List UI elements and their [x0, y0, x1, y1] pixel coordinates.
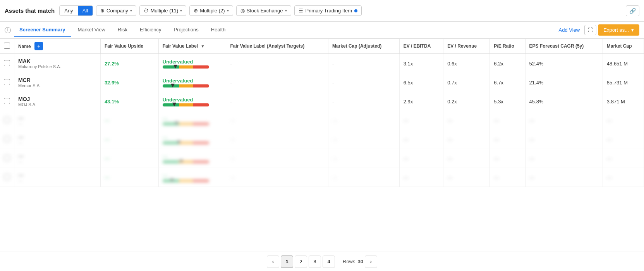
fair-value-upside-cell: 32.9%: [100, 73, 158, 92]
row-checkbox[interactable]: [4, 155, 10, 161]
row-checkbox[interactable]: [4, 117, 10, 123]
company-name: ---: [18, 140, 96, 145]
col-pe-ratio: P/E Ratio: [490, 39, 525, 54]
fair-value-analyst-cell: -: [226, 54, 328, 73]
pe-ratio-cell: 6.2x: [490, 54, 525, 73]
company-name: Makarony Polskie S.A.: [18, 64, 96, 69]
filter-primary-trading-item[interactable]: ☰ Primary Trading Item: [294, 5, 362, 16]
filter-primary-trading-item-label: Primary Trading Item: [306, 8, 352, 14]
fair-value-marker: [172, 103, 176, 106]
fair-value-upside-cell: 43.1%: [100, 92, 158, 111]
row-checkbox[interactable]: [4, 79, 10, 85]
filter-multiple2[interactable]: ⊕ Multiple (2) ▾: [189, 5, 233, 16]
filter-stock-exchange[interactable]: ◎ Stock Exchange ▾: [236, 5, 291, 16]
col-fair-value-upside: Fair Value Upside: [100, 39, 158, 54]
market-cap-cell: ---: [603, 168, 644, 187]
page-4-button[interactable]: 4: [323, 256, 335, 268]
fair-value-label-cell: ---: [158, 168, 226, 187]
next-page-button[interactable]: ›: [365, 256, 377, 268]
tab-market-view[interactable]: Market View: [72, 23, 111, 37]
fair-value-upside-cell: ---: [100, 149, 158, 168]
eps-forecast-cagr-cell: ---: [525, 130, 603, 149]
table-row: --------- --- ---------------------: [0, 111, 644, 130]
page-2-button[interactable]: 2: [295, 256, 307, 268]
fair-value-marker: [171, 84, 175, 87]
market-cap-adjusted-cell: -: [328, 73, 399, 92]
tab-health[interactable]: Health: [206, 23, 231, 37]
table-row: MCRMercor S.A.32.9% Undervalued --6.5x0.…: [0, 73, 644, 92]
tab-risk[interactable]: Risk: [112, 23, 133, 37]
page-3-button[interactable]: 3: [309, 256, 321, 268]
fair-value-analyst-cell: ---: [226, 130, 328, 149]
ticker: ---: [18, 172, 96, 178]
tab-projections[interactable]: Projections: [168, 23, 204, 37]
link-copy-button[interactable]: 🔗: [626, 5, 639, 16]
fair-value-analyst-cell: ---: [226, 149, 328, 168]
tab-efficiency[interactable]: Efficiency: [134, 23, 167, 37]
market-cap-cell: ---: [603, 130, 644, 149]
tab-screener-summary[interactable]: Screener Summary: [14, 23, 71, 37]
ev-revenue-cell: ---: [443, 111, 490, 130]
market-cap-adjusted-cell: -: [328, 92, 399, 111]
ev-ebitda-cell: 6.5x: [399, 73, 443, 92]
eps-forecast-cagr-cell: 21.4%: [525, 73, 603, 92]
pe-ratio-cell: ---: [490, 168, 525, 187]
pe-ratio-cell: 6.7x: [490, 73, 525, 92]
fair-value-marker: [179, 160, 183, 163]
prev-page-button[interactable]: ‹: [267, 256, 279, 268]
eps-forecast-cagr-cell: ---: [525, 149, 603, 168]
row-checkbox[interactable]: [4, 98, 10, 104]
document-icon: ☰: [299, 8, 303, 14]
filter-company[interactable]: ⊕ Company ▾: [96, 5, 136, 16]
eps-forecast-cagr-cell: 52.4%: [525, 54, 603, 73]
company-name: Mercor S.A.: [18, 83, 96, 88]
col-eps-forecast-cagr: EPS Forecast CAGR (5y): [525, 39, 603, 54]
chevron-down-icon: ▾: [631, 27, 634, 33]
ev-revenue-cell: 0.6x: [443, 54, 490, 73]
page-1-button[interactable]: 1: [281, 256, 293, 268]
pe-ratio-cell: ---: [490, 111, 525, 130]
row-checkbox[interactable]: [4, 136, 10, 142]
fair-value-marker: [170, 178, 174, 182]
tab-bar: i Screener Summary Market View Risk Effi…: [0, 22, 644, 39]
export-button[interactable]: Export as... ▾: [598, 24, 639, 36]
market-cap-adjusted-cell: ---: [328, 111, 399, 130]
chevron-down-icon: ▾: [180, 9, 182, 13]
toggle-all[interactable]: All: [78, 6, 93, 15]
rows-text: Rows: [343, 259, 355, 264]
fair-value-upside-cell: 27.2%: [100, 54, 158, 73]
ev-revenue-cell: ---: [443, 130, 490, 149]
col-fair-value-label[interactable]: Fair Value Label ▼: [158, 39, 226, 54]
screener-table: Name + Fair Value Upside Fair Value Labe…: [0, 39, 644, 187]
market-cap-adjusted-cell: ---: [328, 168, 399, 187]
table-row: --------- --- ---------------------: [0, 168, 644, 187]
expand-icon: ⛶: [588, 27, 593, 33]
ev-revenue-cell: ---: [443, 149, 490, 168]
page-title: Assets that match: [5, 7, 55, 14]
add-column-button[interactable]: +: [34, 42, 43, 50]
ticker: MCR: [18, 77, 96, 83]
company-name: ---: [18, 178, 96, 183]
row-checkbox[interactable]: [4, 60, 10, 66]
ev-ebitda-cell: ---: [399, 111, 443, 130]
table-header-row: Name + Fair Value Upside Fair Value Labe…: [0, 39, 644, 54]
pe-ratio-cell: ---: [490, 130, 525, 149]
fair-value-marker: [175, 122, 179, 125]
expand-button[interactable]: ⛶: [584, 25, 596, 35]
add-view-button[interactable]: Add View: [556, 25, 583, 35]
chevron-down-icon: ▾: [285, 9, 287, 13]
select-all-checkbox[interactable]: [4, 43, 10, 49]
fair-value-label-cell: ---: [158, 111, 226, 130]
table-row: MAKMakarony Polskie S.A.27.2% Undervalue…: [0, 54, 644, 73]
table-row: --------- --- ---------------------: [0, 149, 644, 168]
row-checkbox[interactable]: [4, 174, 10, 180]
filter-multiple11[interactable]: ⏱ Multiple (11) ▾: [139, 5, 187, 16]
export-label: Export as...: [603, 27, 629, 33]
prev-icon: ‹: [272, 259, 274, 264]
ev-ebitda-cell: 2.9x: [399, 92, 443, 111]
toggle-any[interactable]: Any: [60, 6, 77, 15]
ev-ebitda-cell: ---: [399, 149, 443, 168]
eps-forecast-cagr-cell: 45.8%: [525, 92, 603, 111]
ticker: MOJ: [18, 96, 96, 102]
market-cap-cell: 3.871 M: [603, 92, 644, 111]
